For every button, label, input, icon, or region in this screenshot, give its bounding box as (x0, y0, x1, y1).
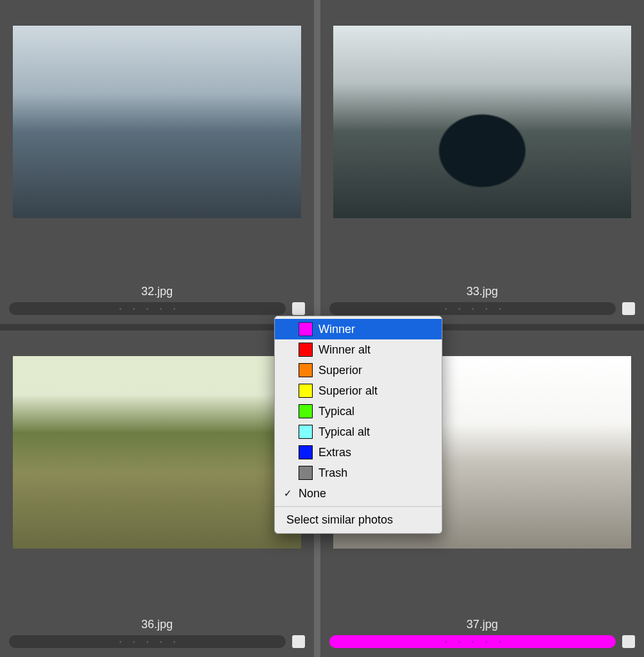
filename-label: 32.jpg (9, 285, 305, 298)
color-swatch-red (299, 343, 313, 357)
color-swatch-gray (299, 466, 313, 480)
menu-item-typical-alt[interactable]: Typical alt (275, 422, 442, 442)
menu-item-typical[interactable]: Typical (275, 401, 442, 422)
thumbnail-cell[interactable]: 33.jpg (320, 0, 644, 324)
menu-item-label: Typical (318, 405, 354, 418)
menu-item-label: Superior alt (318, 384, 378, 398)
menu-item-label: Superior (318, 364, 362, 377)
menu-item-label: Select similar photos (286, 513, 393, 526)
color-tag-swatch[interactable] (622, 635, 635, 648)
thumbnail-image[interactable] (13, 356, 301, 549)
rating-bar[interactable] (9, 635, 286, 648)
color-tag-menu: WinnerWinner altSuperiorSuperior altTypi… (274, 316, 442, 534)
color-tag-swatch[interactable] (292, 302, 305, 315)
thumbnail-footer: 36.jpg (0, 614, 314, 657)
rating-bar[interactable] (329, 302, 616, 315)
menu-item-label: Winner alt (318, 343, 370, 357)
menu-item-superior-alt[interactable]: Superior alt (275, 380, 442, 401)
color-swatch-cyan (299, 425, 313, 439)
thumbnail-cell[interactable]: 32.jpg (0, 0, 314, 324)
menu-item-extras[interactable]: Extras (275, 442, 442, 463)
rating-bar[interactable] (329, 635, 616, 648)
color-tag-swatch[interactable] (292, 635, 305, 648)
menu-item-label: Extras (318, 446, 351, 459)
filename-label: 36.jpg (9, 618, 305, 631)
thumbnail-footer: 37.jpg (320, 614, 644, 657)
menu-item-label: Trash (318, 466, 347, 480)
menu-item-winner[interactable]: Winner (275, 319, 442, 339)
menu-item-superior[interactable]: Superior (275, 360, 442, 380)
color-swatch-yellow (299, 384, 313, 398)
color-swatch-blue (299, 445, 313, 459)
menu-separator (275, 506, 442, 507)
thumbnail-image[interactable] (13, 26, 301, 218)
menu-item-winner-alt[interactable]: Winner alt (275, 339, 442, 360)
checkmark-icon: ✓ (283, 488, 293, 499)
thumbnail-footer: 32.jpg (0, 281, 314, 324)
menu-item-label: Winner (318, 323, 355, 336)
filename-label: 33.jpg (329, 285, 635, 298)
color-swatch-green (299, 404, 313, 418)
menu-item-select-similar[interactable]: Select similar photos (275, 509, 442, 531)
color-swatch-magenta (299, 322, 313, 336)
menu-item-label: None (299, 487, 326, 500)
color-tag-swatch[interactable] (622, 302, 635, 315)
color-swatch-orange (299, 363, 313, 377)
menu-item-trash[interactable]: Trash (275, 463, 442, 483)
menu-item-none[interactable]: ✓None (275, 483, 442, 504)
thumbnail-image[interactable] (333, 26, 631, 218)
thumbnail-cell[interactable]: 36.jpg (0, 330, 314, 657)
rating-bar[interactable] (9, 302, 286, 315)
filename-label: 37.jpg (329, 618, 635, 631)
menu-item-label: Typical alt (318, 425, 370, 439)
